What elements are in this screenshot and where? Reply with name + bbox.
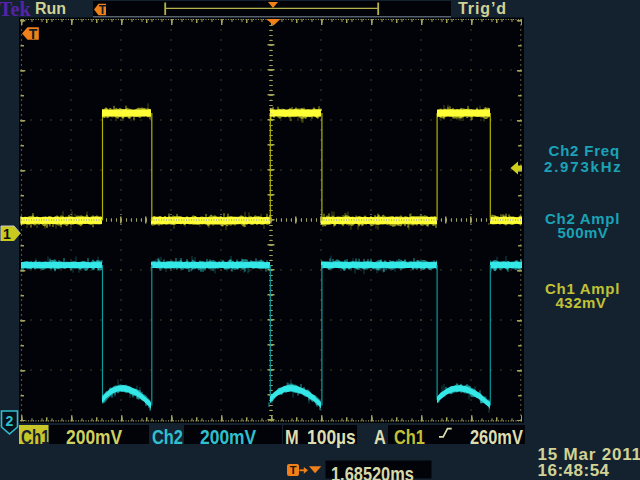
svg-text:T: T	[29, 26, 38, 42]
svg-text:T: T	[290, 464, 297, 476]
svg-text:2: 2	[6, 413, 14, 429]
svg-text:T: T	[99, 3, 107, 17]
svg-text:1: 1	[3, 226, 11, 242]
